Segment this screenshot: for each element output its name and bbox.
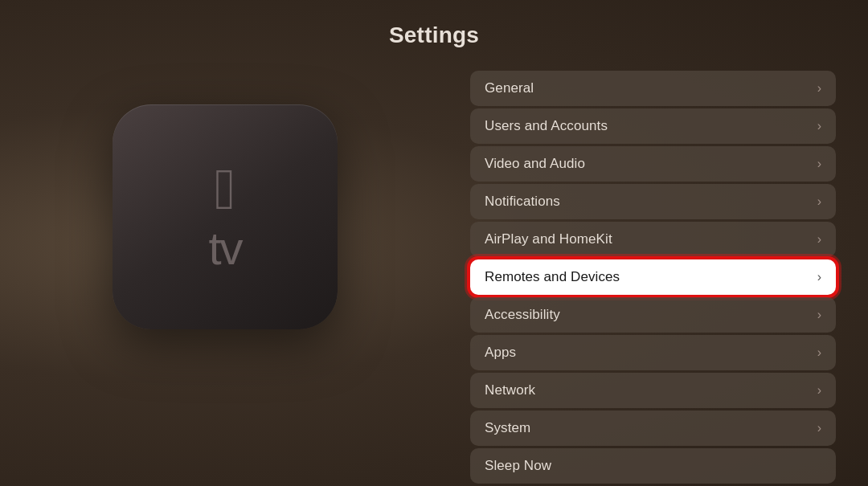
chevron-icon-users-accounts: › — [817, 119, 821, 133]
settings-item-label-remotes-devices: Remotes and Devices — [485, 269, 620, 285]
settings-item-label-sleep-now: Sleep Now — [485, 458, 551, 474]
page-title: Settings — [0, 22, 868, 48]
chevron-icon-network: › — [817, 383, 821, 398]
settings-item-label-notifications: Notifications — [485, 194, 560, 210]
settings-item-label-video-audio: Video and Audio — [485, 156, 585, 172]
chevron-icon-remotes-devices: › — [817, 270, 821, 284]
chevron-icon-airplay-homekit: › — [817, 232, 821, 247]
chevron-icon-video-audio: › — [817, 157, 821, 171]
chevron-icon-general: › — [817, 81, 821, 96]
settings-item-users-accounts[interactable]: Users and Accounts› — [470, 108, 836, 144]
settings-item-network[interactable]: Network› — [470, 373, 836, 408]
settings-item-label-accessibility: Accessibility — [485, 307, 560, 323]
settings-item-apps[interactable]: Apps› — [470, 335, 836, 370]
settings-item-label-users-accounts: Users and Accounts — [485, 118, 608, 134]
settings-item-label-system: System — [485, 420, 530, 436]
settings-item-system[interactable]: System› — [470, 410, 836, 446]
appletv-box:  tv — [113, 104, 338, 329]
settings-item-airplay-homekit[interactable]: AirPlay and HomeKit› — [470, 222, 836, 257]
settings-item-video-audio[interactable]: Video and Audio› — [470, 146, 836, 182]
settings-item-label-network: Network — [485, 382, 535, 398]
settings-item-remotes-devices[interactable]: Remotes and Devices› — [470, 259, 836, 295]
chevron-icon-apps: › — [817, 345, 821, 360]
settings-item-accessibility[interactable]: Accessibility› — [470, 297, 836, 333]
settings-item-label-apps: Apps — [485, 345, 516, 361]
settings-list: General›Users and Accounts›Video and Aud… — [470, 71, 836, 484]
chevron-icon-accessibility: › — [817, 308, 821, 322]
settings-item-general[interactable]: General› — [470, 71, 836, 106]
chevron-icon-notifications: › — [817, 194, 821, 209]
appletv-device:  tv — [80, 72, 370, 361]
chevron-icon-system: › — [817, 421, 821, 435]
apple-logo-icon:  — [215, 160, 235, 218]
tv-label: tv — [208, 221, 241, 275]
settings-item-notifications[interactable]: Notifications› — [470, 184, 836, 219]
settings-item-sleep-now[interactable]: Sleep Now — [470, 448, 836, 484]
settings-item-label-general: General — [485, 80, 534, 96]
settings-item-label-airplay-homekit: AirPlay and HomeKit — [485, 231, 612, 247]
